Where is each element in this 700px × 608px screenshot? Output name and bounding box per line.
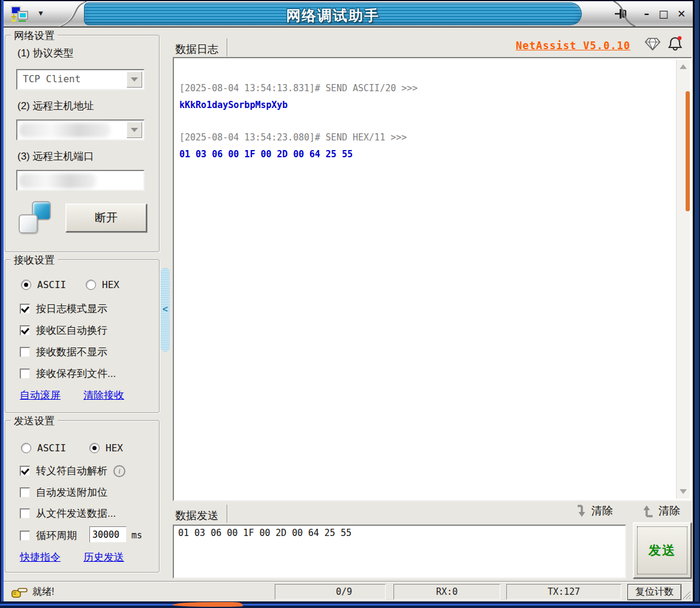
remote-host-combobox[interactable] — [16, 119, 145, 140]
host-dropdown-button[interactable] — [127, 122, 142, 138]
log-mode-checkbox[interactable]: 按日志模式显示 — [20, 302, 107, 316]
append-bits-label: 自动发送附加位 — [36, 486, 107, 499]
connection-square-white — [19, 214, 38, 233]
send-from-file-label: 从文件发送数据... — [36, 507, 116, 520]
window-border-bottom — [0, 601, 700, 608]
checkbox-icon[interactable] — [20, 487, 30, 498]
radio-icon[interactable] — [86, 280, 96, 290]
send-settings-group: 发送设置 ASCII HEX 转义符自动解析 i 自动发送附加位 从文件发送数据… — [5, 420, 160, 573]
receive-settings-group: 接收设置 ASCII HEX 按日志模式显示 接收区自动换行 接收数据不显示 接… — [5, 259, 160, 413]
protocol-type-label: (1) 协议类型 — [17, 46, 74, 60]
packet-count-panel: 0/9 — [275, 584, 386, 600]
send-from-file-checkbox[interactable]: 从文件发送数据... — [20, 507, 116, 520]
clear-receive-label: 清除 — [591, 504, 613, 518]
radio-icon[interactable] — [21, 443, 31, 453]
auto-wrap-label: 接收区自动换行 — [36, 324, 107, 337]
protocol-type-value: TCP Client — [23, 73, 80, 85]
checkbox-icon[interactable] — [20, 369, 30, 379]
close-button[interactable]: ✕ — [674, 6, 689, 22]
minimize-button[interactable]: – — [639, 6, 654, 22]
status-bar: 就绪! 0/9 RX:0 TX:127 复位计数 — [4, 581, 693, 602]
send-data-input[interactable]: 01 03 06 00 1F 00 2D 00 64 25 55 — [174, 526, 625, 577]
title-pill: 网络调试助手 — [84, 2, 582, 25]
titlebar-swoosh-left — [59, 1, 88, 26]
auto-wrap-checkbox[interactable]: 接收区自动换行 — [20, 324, 107, 337]
clear-send-label: 清除 — [659, 504, 680, 518]
app-icon[interactable] — [10, 6, 30, 22]
receive-settings-title: 接收设置 — [11, 253, 58, 267]
bell-icon[interactable] — [667, 35, 684, 52]
escape-parse-label: 转义符自动解析 — [36, 464, 107, 478]
border-accent-line — [0, 604, 700, 606]
pointing-hand-icon — [11, 585, 29, 599]
reset-count-button[interactable]: 复位计数 — [627, 584, 681, 600]
title-bar: ▼ 网络调试助手 – □ ✕ — [4, 0, 693, 28]
send-hex-radio[interactable]: HEX — [89, 442, 123, 454]
checkbox-icon[interactable] — [20, 325, 30, 336]
resize-grip[interactable] — [680, 588, 692, 600]
checkbox-icon[interactable] — [20, 304, 30, 314]
rx-count-panel: RX:0 — [393, 584, 500, 600]
scroll-thumb[interactable] — [686, 91, 690, 211]
disconnect-button-label: 断开 — [95, 210, 118, 226]
clear-receive-link[interactable]: 清除接收 — [83, 388, 124, 402]
protocol-dropdown-button[interactable] — [127, 71, 142, 88]
radio-icon[interactable] — [89, 443, 100, 453]
send-ascii-radio[interactable]: ASCII — [21, 442, 66, 454]
data-log-tab-label: 数据日志 — [175, 42, 218, 56]
remote-port-input[interactable] — [16, 170, 145, 191]
window-title: 网络调试助手 — [84, 6, 582, 25]
send-settings-title: 发送设置 — [11, 414, 58, 428]
info-icon[interactable]: i — [113, 465, 125, 477]
checkbox-icon[interactable] — [20, 508, 30, 519]
data-log-view[interactable]: [2025-08-04 13:54:13.831]# SEND ASCII/20… — [173, 57, 692, 501]
history-send-link[interactable]: 历史发送 — [83, 550, 124, 564]
cycle-period-checkbox[interactable]: 循环周期 ms — [20, 529, 77, 543]
diamond-icon[interactable] — [644, 37, 661, 52]
connection-state-icon — [19, 201, 51, 233]
maximize-button[interactable]: □ — [656, 6, 671, 22]
save-to-file-label: 接收保存到文件... — [36, 367, 116, 381]
send-button[interactable]: 发送 — [633, 522, 692, 579]
app-window: ▼ 网络调试助手 – □ ✕ 网络设置 (1) 协议类型 TCP Client … — [0, 0, 700, 608]
hide-received-checkbox[interactable]: 接收数据不显示 — [20, 345, 107, 359]
tx-count-panel: TX:127 — [506, 584, 621, 600]
checkbox-icon[interactable] — [20, 347, 30, 357]
notification-dot — [678, 36, 681, 40]
receive-hex-radio[interactable]: HEX — [86, 279, 119, 290]
escape-parse-checkbox[interactable]: 转义符自动解析 i — [20, 464, 125, 478]
protocol-type-combobox[interactable]: TCP Client — [16, 69, 145, 90]
window-border-left — [0, 0, 4, 608]
tab-data-log[interactable]: 数据日志 — [175, 38, 228, 56]
disconnect-button[interactable]: 断开 — [65, 203, 147, 232]
sidebar-splitter[interactable]: < — [161, 268, 170, 352]
radio-icon[interactable] — [21, 280, 31, 290]
log-scrollbar[interactable] — [676, 59, 690, 499]
cycle-unit-label: ms — [131, 530, 142, 541]
checkbox-icon[interactable] — [20, 466, 30, 476]
cycle-period-input[interactable] — [89, 526, 127, 543]
log-mode-label: 按日志模式显示 — [36, 302, 107, 316]
arrow-up-icon — [643, 504, 654, 518]
chevron-down-icon — [131, 77, 138, 82]
checkbox-icon[interactable] — [20, 531, 30, 541]
save-to-file-checkbox[interactable]: 接收保存到文件... — [20, 367, 116, 381]
scroll-up-arrow[interactable] — [680, 64, 687, 69]
tab-data-send[interactable]: 数据发送 — [175, 505, 228, 523]
app-menu-chevron-icon[interactable]: ▼ — [37, 9, 44, 17]
network-settings-group: 网络设置 (1) 协议类型 TCP Client (2) 远程主机地址 (3) … — [5, 35, 160, 252]
collapse-chevron-icon: < — [163, 304, 168, 314]
version-link[interactable]: NetAssist V5.0.10 — [516, 40, 630, 52]
log-entry-data: kKkRo1daySorbpMspXyb — [179, 100, 288, 110]
append-bits-checkbox[interactable]: 自动发送附加位 — [20, 486, 107, 499]
receive-ascii-radio[interactable]: ASCII — [21, 279, 66, 290]
clear-send-button[interactable]: 清除 — [643, 504, 680, 518]
auto-scroll-link[interactable]: 自动滚屏 — [20, 388, 61, 402]
hide-received-label: 接收数据不显示 — [36, 345, 107, 359]
arrow-down-icon — [576, 504, 587, 518]
quick-commands-link[interactable]: 快捷指令 — [20, 550, 61, 564]
redacted-port-value — [19, 173, 96, 188]
receive-hex-label: HEX — [102, 279, 119, 290]
clear-receive-button[interactable]: 清除 — [576, 504, 613, 518]
scroll-down-arrow[interactable] — [680, 489, 687, 494]
